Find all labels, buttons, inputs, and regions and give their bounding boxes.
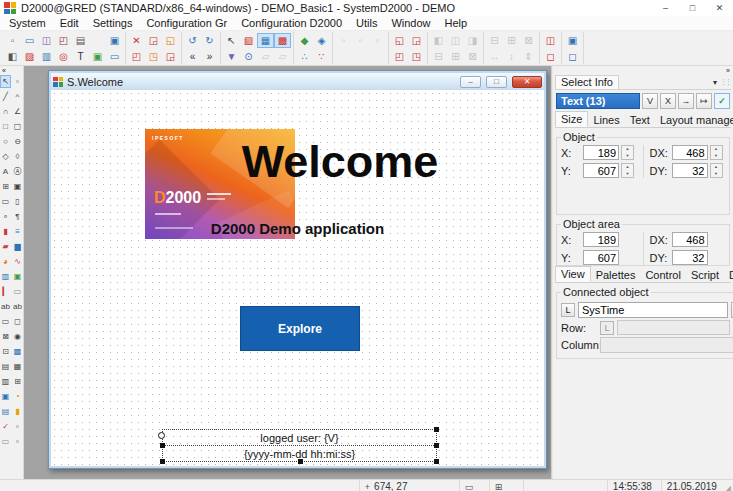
tool-bar-graph[interactable]: ▥ [0,270,11,283]
new-picture-button[interactable]: ▫ [4,33,21,48]
picture-close-button[interactable]: ✕ [512,76,542,88]
zoom-tool-button[interactable]: ⊙ [240,49,257,64]
object-dy-spinner[interactable]: ▲▼ [710,163,723,178]
menu-item-system[interactable]: System [2,16,53,31]
panel-pin-icon[interactable]: » [555,66,731,75]
tab-text[interactable]: Text [625,113,655,127]
tool-framed-text[interactable]: Ⓐ [12,165,23,178]
explore-button[interactable]: Explore [240,306,360,351]
paste-button[interactable]: ◱ [162,33,179,48]
tool-arc[interactable]: ∩ [0,105,11,118]
ungroup-button[interactable]: ▫ [352,33,369,48]
disconnect-button[interactable]: ∵ [313,49,330,64]
text-style-button[interactable]: ▣ [564,33,581,48]
tool-clipboard[interactable]: ▥ [0,375,11,388]
tool-grid-table[interactable]: ⊞ [12,375,23,388]
tool-table[interactable]: ⊞ [0,180,11,193]
image-object-button[interactable]: ▣ [89,49,106,64]
selection-style-button[interactable]: ◻ [564,49,581,64]
edit-group-button[interactable]: ▫ [369,33,386,48]
value-button[interactable]: V [642,93,658,109]
same-height-button[interactable]: ⊞ [503,33,520,48]
drawing-canvas[interactable]: IPESOFT D2000 Welcome D2000 Demo applica… [51,90,544,466]
tool-pie[interactable]: ∠ [12,105,23,118]
selection-handle[interactable] [434,459,439,464]
tool-polyline[interactable]: ^ [12,90,23,103]
tool-circle[interactable]: ○ [0,135,11,148]
snap-to-grid-button[interactable]: ▩ [274,33,291,48]
l-button[interactable]: L [561,303,575,317]
menu-item-configuration-gr[interactable]: Configuration Gr [139,16,234,31]
tool-thermometer[interactable]: ▎ [0,285,11,298]
tool-text-entry[interactable]: ab [0,300,11,313]
paste-front-button[interactable]: ◰ [128,49,145,64]
apply-button[interactable]: ✓ [714,93,730,109]
next-object-button[interactable]: → [678,93,694,109]
tool-misc[interactable]: ▫ [12,420,23,433]
tool-rectangle[interactable]: □ [0,120,11,133]
workbook-button[interactable]: ◧ [4,49,21,64]
object-structure-button[interactable]: ◈ [313,33,330,48]
last-object-button[interactable]: ↦ [696,93,712,109]
select-info-tab[interactable]: Select Info [555,75,619,89]
selection-handle[interactable] [434,443,439,448]
text-object-button[interactable]: T [72,49,89,64]
tool-point[interactable]: ∘ [0,210,11,223]
back-button[interactable]: « [184,49,201,64]
stretch-h-button[interactable]: ↔ [486,49,503,64]
tool-lozenge[interactable]: ◊ [12,150,23,163]
tool-matrix[interactable]: ▩ [12,345,23,358]
tool-button[interactable]: ▭ [0,195,11,208]
picture-window-titlebar[interactable]: S.Welcome – □ ✕ [51,73,544,90]
close-button[interactable]: ✕ [706,0,733,16]
filter-button[interactable]: ▼ [223,49,240,64]
redo-button[interactable]: ↻ [201,33,218,48]
eraser-all-button[interactable]: ▱ [274,49,291,64]
resize-grip-icon[interactable]: ◢ [725,484,733,491]
tool-pointer[interactable]: ↖ [0,75,11,88]
subtitle-text[interactable]: D2000 Demo application [51,220,544,237]
stretch-v-button[interactable]: ↕ [503,49,520,64]
tool-group-box[interactable]: ▯ [12,195,23,208]
object-dy-input[interactable] [672,163,708,178]
picture-preview-button[interactable]: ▣ [106,33,123,48]
tab-view[interactable]: View [555,266,591,282]
paste-back-button[interactable]: ◳ [145,49,162,64]
spin-down-icon[interactable]: ▼ [622,153,633,160]
connect-mode-button[interactable]: ◆ [296,33,313,48]
send-to-back-button[interactable]: ◲ [408,33,425,48]
selection-handle[interactable] [160,459,165,464]
tab-lines[interactable]: Lines [588,113,624,127]
object-x-spinner[interactable]: ▲▼ [621,145,634,160]
chevron-down-icon[interactable]: ▾ [710,78,720,87]
tool-bar-indicator[interactable]: ▮ [0,225,11,238]
move-backward-button[interactable]: ◳ [408,49,425,64]
tab-script[interactable]: Script [686,268,724,282]
menu-item-edit[interactable]: Edit [53,16,86,31]
forward-button[interactable]: » [201,49,218,64]
tool-frame-3d[interactable]: ◻ [12,315,23,328]
tool-text-entry-alt[interactable]: ab [12,300,23,313]
maximize-button[interactable]: □ [679,0,706,16]
palette-button[interactable]: ▨ [21,49,38,64]
bring-to-front-button[interactable]: ◱ [391,33,408,48]
rotation-handle[interactable] [158,432,165,439]
welcome-heading[interactable]: Welcome [195,136,485,188]
target-button[interactable]: ◎ [55,49,72,64]
menu-item-window[interactable]: Window [384,16,437,31]
tool-color-strip[interactable]: ▰ [0,240,11,253]
pointer-mode-button[interactable]: ↖ [223,33,240,48]
tool-rhombus[interactable]: ◇ [0,150,11,163]
tool-pipe[interactable]: ¶ [12,210,23,223]
object-y-spinner[interactable]: ▲▼ [621,163,634,178]
menu-item-configuration-d2000[interactable]: Configuration D2000 [234,16,349,31]
tool-push-button[interactable]: ⊡ [0,345,11,358]
eraser-button[interactable]: ▱ [257,49,274,64]
tab-size[interactable]: Size [555,111,588,127]
selection-handle[interactable] [298,459,303,464]
show-grid-button[interactable]: ▦ [257,33,274,48]
tool-tree-view[interactable]: ▦ [12,360,23,373]
distribute-button[interactable]: ⊠ [464,49,481,64]
selection-outline[interactable]: logged user: {V} {yyyy-mm-dd hh:mi:ss} [162,429,437,462]
selected-object-name[interactable]: Text (13) [556,93,640,109]
